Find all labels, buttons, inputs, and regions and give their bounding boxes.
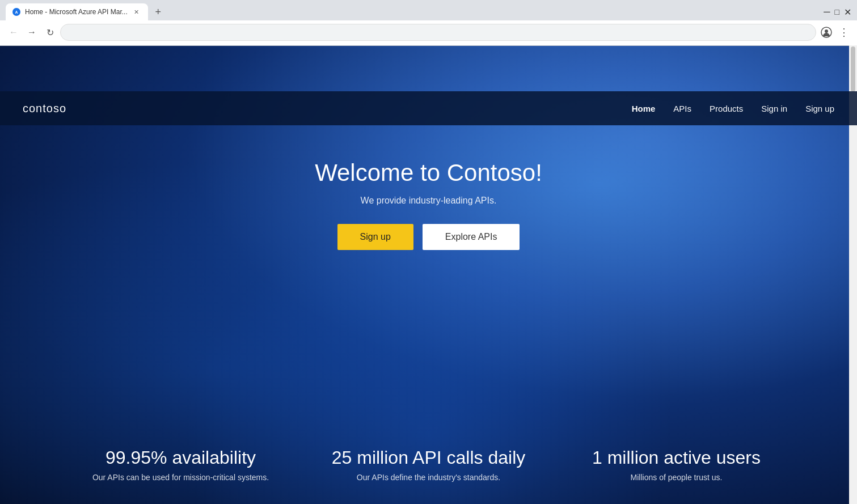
address-bar[interactable] <box>60 24 816 41</box>
browser-chrome: A Home - Microsoft Azure API Mar... ✕ + … <box>0 0 857 46</box>
stat-value-1: 25 million API calls daily <box>332 447 525 468</box>
stats-section: 99.95% availability Our APIs can be used… <box>0 425 857 504</box>
nav-apis[interactable]: APIs <box>673 104 691 113</box>
stat-desc-1: Our APIs define the industry's standards… <box>357 473 500 482</box>
tab-favicon: A <box>12 8 20 16</box>
svg-point-3 <box>825 29 828 33</box>
hero-title: Welcome to Contoso! <box>315 159 542 187</box>
signup-button[interactable]: Sign up <box>337 224 413 250</box>
hero-buttons: Sign up Explore APIs <box>337 224 520 250</box>
back-button[interactable]: ← <box>6 24 22 40</box>
site-navigation: contoso Home APIs Products Sign in Sign … <box>0 91 857 125</box>
menu-button[interactable]: ⋮ <box>837 26 851 39</box>
stat-item-1: 25 million API calls daily Our APIs defi… <box>305 447 552 482</box>
restore-button[interactable]: □ <box>835 7 839 18</box>
nav-links: Home APIs Products Sign in Sign up <box>632 104 834 113</box>
hero-section: contoso Home APIs Products Sign in Sign … <box>0 46 857 504</box>
forward-button[interactable]: → <box>24 24 40 40</box>
navigation-bar: ← → ↻ ⋮ <box>0 20 857 45</box>
nav-sign-in[interactable]: Sign in <box>761 104 787 113</box>
scrollbar-thumb[interactable] <box>851 46 855 92</box>
nav-products[interactable]: Products <box>710 104 743 113</box>
stat-desc-0: Our APIs can be used for mission-critica… <box>92 473 269 482</box>
nav-home[interactable]: Home <box>632 104 656 113</box>
title-bar: A Home - Microsoft Azure API Mar... ✕ + … <box>0 0 857 20</box>
website-content: contoso Home APIs Products Sign in Sign … <box>0 46 857 504</box>
site-logo: contoso <box>23 102 66 115</box>
nav-sign-up[interactable]: Sign up <box>805 104 834 113</box>
stat-desc-2: Millions of people trust us. <box>631 473 723 482</box>
refresh-button[interactable]: ↻ <box>42 24 58 40</box>
stat-item-2: 1 million active users Millions of peopl… <box>552 447 800 482</box>
tab-close-button[interactable]: ✕ <box>132 7 141 16</box>
stat-item-0: 99.95% availability Our APIs can be used… <box>57 447 305 482</box>
window-controls: ─ □ ✕ <box>824 7 851 18</box>
title-bar-left: A Home - Microsoft Azure API Mar... ✕ + <box>6 3 166 20</box>
explore-apis-button[interactable]: Explore APIs <box>423 224 520 250</box>
hero-subtitle: We provide industry-leading APIs. <box>361 196 497 206</box>
minimize-button[interactable]: ─ <box>824 7 830 18</box>
hero-content: Welcome to Contoso! We provide industry-… <box>315 159 542 250</box>
close-button[interactable]: ✕ <box>844 7 851 18</box>
new-tab-button[interactable]: + <box>150 4 166 20</box>
svg-text:A: A <box>15 10 18 14</box>
tab-title: Home - Microsoft Azure API Mar... <box>25 8 128 16</box>
stat-value-2: 1 million active users <box>592 447 761 468</box>
active-tab[interactable]: A Home - Microsoft Azure API Mar... ✕ <box>6 3 148 20</box>
stat-value-0: 99.95% availability <box>105 447 256 468</box>
profile-button[interactable] <box>818 24 834 40</box>
